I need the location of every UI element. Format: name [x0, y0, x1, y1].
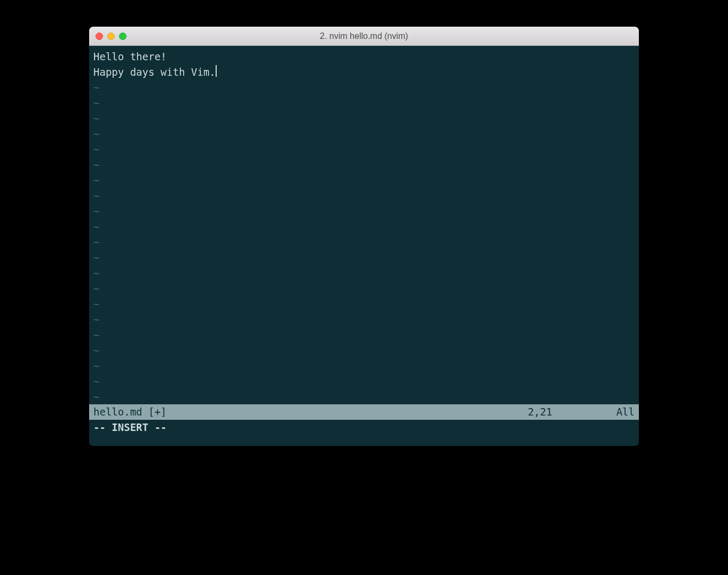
tilde-line: ~ — [93, 312, 639, 328]
tilde-line: ~ — [93, 111, 639, 126]
tilde-line: ~ — [93, 235, 639, 250]
tilde-line: ~ — [93, 374, 639, 389]
traffic-lights — [96, 33, 126, 40]
tilde-line: ~ — [93, 266, 639, 281]
editor-area[interactable]: Hello there! Happy days with Vim. ~~~~~~… — [89, 46, 639, 435]
tilde-line: ~ — [93, 80, 639, 95]
tilde-line: ~ — [93, 188, 639, 204]
status-line: hello.md [+] 2,21 All — [89, 404, 639, 420]
tilde-line: ~ — [93, 204, 639, 219]
tilde-line: ~ — [93, 343, 639, 358]
window-title: 2. nvim hello.md (nvim) — [89, 31, 639, 41]
tilde-line: ~ — [93, 219, 639, 235]
titlebar[interactable]: 2. nvim hello.md (nvim) — [89, 27, 639, 46]
tilde-line: ~ — [93, 389, 639, 405]
cursor-icon — [216, 65, 217, 77]
minimize-icon[interactable] — [107, 33, 115, 40]
status-filename: hello.md [+] — [93, 404, 167, 420]
line-text: Happy days with Vim. — [93, 66, 216, 78]
buffer-line[interactable]: Hello there! — [93, 49, 639, 65]
close-icon[interactable] — [96, 33, 103, 40]
tilde-line: ~ — [93, 95, 639, 111]
tilde-line: ~ — [93, 126, 639, 142]
status-scroll: All — [616, 404, 635, 420]
tilde-line: ~ — [93, 297, 639, 312]
tilde-line: ~ — [93, 358, 639, 374]
status-position: 2,21 — [528, 404, 552, 420]
empty-lines: ~~~~~~~~~~~~~~~~~~~~~ — [93, 80, 639, 405]
bottom-padding — [89, 435, 639, 446]
mode-indicator: -- INSERT -- — [93, 420, 167, 435]
tilde-line: ~ — [93, 250, 639, 266]
tilde-line: ~ — [93, 157, 639, 173]
line-text: Hello there! — [93, 51, 167, 62]
terminal-window: 2. nvim hello.md (nvim) Hello there! Hap… — [89, 27, 639, 446]
tilde-line: ~ — [93, 328, 639, 343]
tilde-line: ~ — [93, 173, 639, 188]
tilde-line: ~ — [93, 142, 639, 157]
tilde-line: ~ — [93, 281, 639, 297]
command-line[interactable]: -- INSERT -- — [89, 420, 639, 435]
buffer-line[interactable]: Happy days with Vim. — [93, 65, 639, 80]
maximize-icon[interactable] — [119, 33, 126, 40]
